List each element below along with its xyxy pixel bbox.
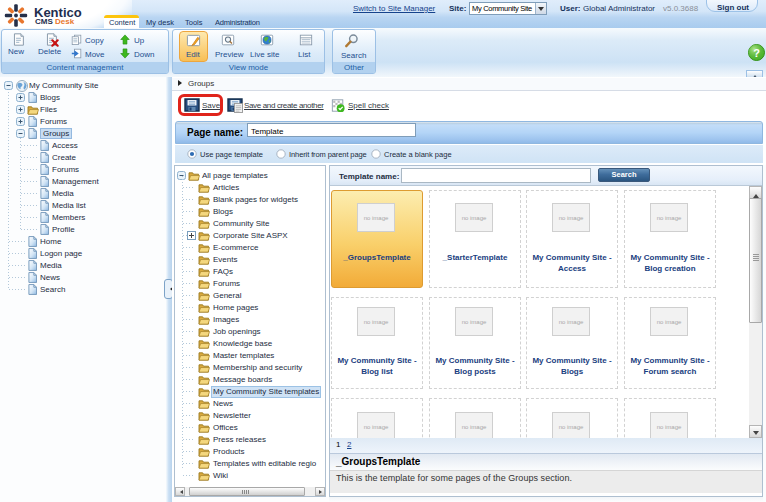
svg-text:?: ? [753, 47, 760, 59]
